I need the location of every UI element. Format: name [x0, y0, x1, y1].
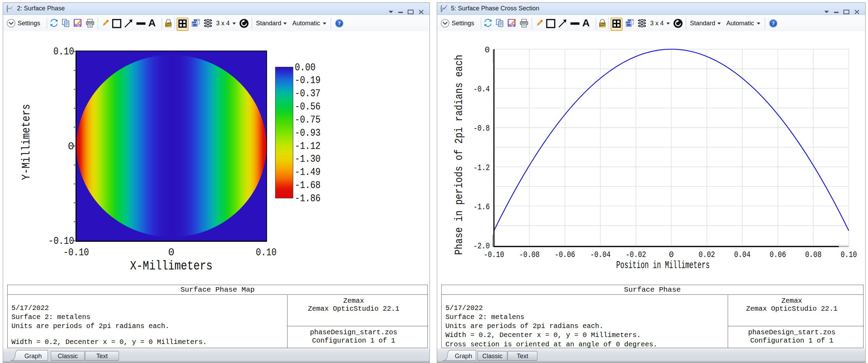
svg-text:-0.19: -0.19 — [295, 74, 321, 86]
svg-text:0.06: 0.06 — [770, 250, 786, 259]
svg-text:Text: Text — [96, 353, 108, 360]
svg-text:-0.37: -0.37 — [295, 88, 321, 99]
svg-text:0.10: 0.10 — [841, 250, 857, 259]
svg-text:Y-Millimeters: Y-Millimeters — [20, 104, 33, 180]
svg-text:-1.49: -1.49 — [295, 166, 321, 178]
svg-text:-0.10: -0.10 — [63, 247, 89, 258]
svg-text:-0.4: -0.4 — [473, 85, 490, 94]
svg-text:Graph: Graph — [455, 353, 472, 360]
svg-text:-0.08: -0.08 — [519, 250, 540, 259]
svg-text:0.02: 0.02 — [699, 250, 715, 259]
svg-text:-0.10: -0.10 — [48, 235, 74, 247]
svg-text:0: 0 — [168, 247, 174, 258]
svg-text:?: ? — [338, 20, 341, 26]
svg-text:Position in Millimeters: Position in Millimeters — [616, 260, 710, 271]
svg-text:Phase in periods of 2pi radian: Phase in periods of 2pi radians each — [453, 55, 466, 255]
svg-text:0.10: 0.10 — [256, 247, 277, 258]
svg-text:0.10: 0.10 — [53, 46, 74, 57]
svg-text:-0.93: -0.93 — [295, 127, 321, 139]
svg-text:-0.10: -0.10 — [484, 250, 504, 259]
svg-text:Text: Text — [517, 353, 528, 360]
svg-text:0.04: 0.04 — [734, 250, 751, 259]
svg-text:-0.02: -0.02 — [626, 250, 646, 259]
svg-text:?: ? — [772, 20, 775, 26]
svg-text:0: 0 — [485, 45, 490, 55]
svg-text:-0.56: -0.56 — [295, 101, 321, 113]
svg-text:-0.75: -0.75 — [295, 114, 321, 126]
svg-text:0: 0 — [68, 141, 74, 152]
svg-text:-1.68: -1.68 — [295, 179, 321, 191]
svg-text:Classic: Classic — [57, 353, 78, 360]
svg-text:-0.04: -0.04 — [590, 250, 611, 259]
svg-text:-1.12: -1.12 — [295, 140, 321, 152]
svg-text:Graph: Graph — [24, 353, 42, 360]
svg-text:-1.86: -1.86 — [295, 193, 321, 204]
svg-text:-2.0: -2.0 — [473, 241, 490, 251]
svg-text:Classic: Classic — [482, 353, 502, 360]
svg-text:-0.06: -0.06 — [555, 250, 575, 259]
svg-text:-0.8: -0.8 — [473, 124, 490, 133]
svg-text:X-Millimeters: X-Millimeters — [130, 259, 213, 273]
svg-text:0.08: 0.08 — [805, 250, 822, 259]
svg-text:-1.30: -1.30 — [295, 153, 321, 165]
svg-text:-1.2: -1.2 — [473, 163, 490, 172]
svg-text:0: 0 — [669, 250, 674, 259]
svg-text:-1.6: -1.6 — [473, 202, 490, 212]
svg-text:0.00: 0.00 — [295, 62, 316, 73]
